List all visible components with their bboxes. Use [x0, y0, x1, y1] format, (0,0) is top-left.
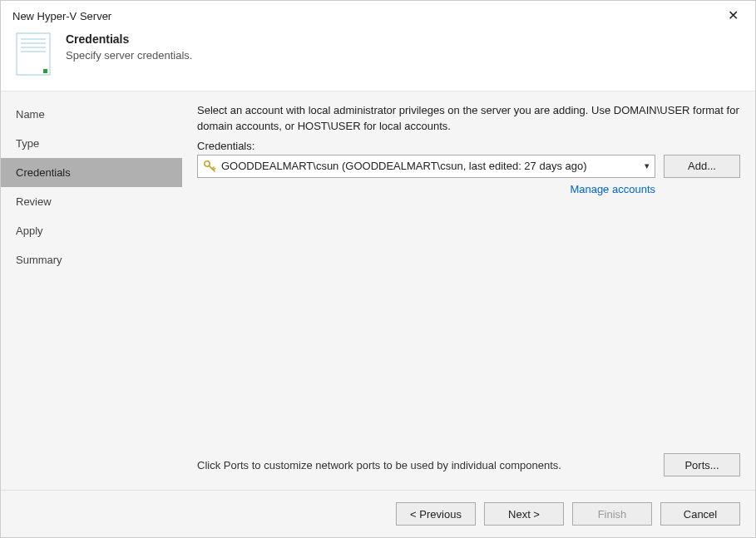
- page-icon: [16, 32, 51, 76]
- credentials-label: Credentials:: [197, 140, 740, 152]
- close-icon: ✕: [728, 8, 739, 22]
- finish-button: Finish: [572, 502, 652, 526]
- close-button[interactable]: ✕: [723, 7, 744, 24]
- next-button[interactable]: Next >: [484, 502, 564, 526]
- wizard-body: Name Type Credentials Review Apply Summa…: [1, 91, 755, 490]
- header-text: Credentials Specify server credentials.: [66, 32, 192, 62]
- previous-button[interactable]: < Previous: [396, 502, 476, 526]
- sidebar-item-apply[interactable]: Apply: [1, 216, 182, 245]
- svg-rect-5: [43, 69, 47, 73]
- wizard-window: New Hyper-V Server ✕ Credentials Specify…: [0, 0, 756, 538]
- credentials-dropdown[interactable]: GOODDEALMART\csun (GOODDEALMART\csun, la…: [197, 155, 655, 178]
- page-title: Credentials: [66, 32, 192, 46]
- ports-button[interactable]: Ports...: [664, 453, 740, 476]
- ports-description: Click Ports to customize network ports t…: [197, 459, 655, 471]
- sidebar-item-summary[interactable]: Summary: [1, 245, 182, 274]
- wizard-header: Credentials Specify server credentials.: [1, 27, 755, 91]
- chevron-down-icon: ▾: [645, 160, 650, 171]
- window-title: New Hyper-V Server: [12, 10, 111, 22]
- wizard-content: Select an account with local administrat…: [182, 91, 755, 490]
- credentials-selected-text: GOODDEALMART\csun (GOODDEALMART\csun, la…: [221, 160, 640, 172]
- cancel-button[interactable]: Cancel: [660, 502, 740, 526]
- key-icon: [203, 160, 216, 173]
- content-spacer: [197, 195, 740, 453]
- sidebar-item-review[interactable]: Review: [1, 187, 182, 216]
- titlebar: New Hyper-V Server ✕: [1, 1, 755, 27]
- wizard-footer: < Previous Next > Finish Cancel: [1, 490, 755, 537]
- sidebar-item-credentials[interactable]: Credentials: [1, 158, 182, 187]
- page-subtitle: Specify server credentials.: [66, 49, 192, 62]
- ports-row: Click Ports to customize network ports t…: [197, 453, 740, 476]
- add-button[interactable]: Add...: [664, 155, 740, 178]
- sidebar-item-name[interactable]: Name: [1, 100, 182, 129]
- manage-accounts-link[interactable]: Manage accounts: [197, 183, 740, 195]
- sidebar-item-type[interactable]: Type: [1, 129, 182, 158]
- credentials-row: GOODDEALMART\csun (GOODDEALMART\csun, la…: [197, 155, 740, 178]
- wizard-sidebar: Name Type Credentials Review Apply Summa…: [1, 91, 182, 490]
- description-text: Select an account with local administrat…: [197, 103, 740, 135]
